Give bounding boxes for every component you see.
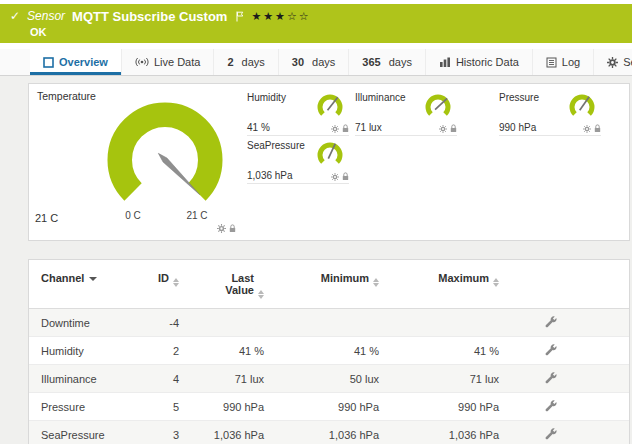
historic-data-icon: [439, 57, 451, 67]
tab-label: Log: [562, 56, 580, 68]
illuminance-gauge: Illuminance 71 lux: [355, 92, 457, 136]
channel-settings-wrench-icon[interactable]: [544, 343, 557, 356]
tab-live-data[interactable]: Live Data: [122, 49, 214, 75]
cell-id: -4: [134, 309, 179, 337]
gauge-value: 71 lux: [355, 122, 382, 133]
cell-maximum: 71 lux: [379, 365, 499, 393]
cell-last-value: 1,036 hPa: [179, 421, 264, 444]
cell-id: 2: [134, 337, 179, 365]
table-header-row: Channel ID Last Value Minimum Maximum: [29, 260, 629, 309]
cell-maximum: [379, 309, 499, 337]
gauge-label: SeaPressure: [247, 140, 305, 151]
tab-settings[interactable]: Settings: [594, 49, 632, 75]
tab-number: 365: [362, 56, 380, 68]
tab-label: days: [389, 56, 412, 68]
lock-icon[interactable]: [342, 172, 349, 181]
gauge-settings-icon[interactable]: [331, 173, 339, 181]
gauge-value: 990 hPa: [499, 122, 536, 133]
channel-settings-wrench-icon[interactable]: [544, 427, 557, 440]
tab-number: 30: [292, 56, 304, 68]
priority-stars[interactable]: ★★★☆☆: [251, 10, 310, 23]
gauge-label: Pressure: [499, 92, 539, 103]
tab-30-days[interactable]: 30 days: [279, 49, 350, 75]
gauge-settings-icon[interactable]: [217, 224, 226, 233]
gauges-panel: Temperature 0 C 21 C 21 C Humidity 41 % …: [28, 83, 630, 241]
channel-settings-wrench-icon[interactable]: [544, 399, 557, 412]
page-title: MQTT Subscribe Custom: [72, 9, 227, 24]
gauge-scale-max: 21 C: [177, 210, 217, 221]
illuminance-dial: [423, 92, 453, 122]
pressure-dial: [567, 92, 597, 122]
gauge-value: 1,036 hPa: [247, 170, 293, 181]
gauge-settings-icon[interactable]: [331, 125, 339, 133]
cell-minimum: [264, 309, 379, 337]
table-row: Downtime -4: [29, 309, 629, 337]
cell-last-value: 41 %: [179, 337, 264, 365]
pressure-gauge: Pressure 990 hPa: [499, 92, 601, 136]
ok-check-icon: ✓: [10, 10, 20, 22]
sort-icon: [373, 278, 379, 287]
sort-icon: [493, 278, 499, 287]
seapressure-gauge: SeaPressure 1,036 hPa: [247, 140, 349, 184]
humidity-gauge: Humidity 41 %: [247, 92, 349, 136]
table-row: Humidity 2 41 % 41 % 41 %: [29, 337, 629, 365]
gear-icon: [607, 57, 618, 68]
lock-icon[interactable]: [450, 124, 457, 133]
cell-minimum: 990 hPa: [264, 393, 379, 421]
flag-icon[interactable]: [236, 11, 244, 22]
gauge-label: Illuminance: [355, 92, 406, 103]
cell-minimum: 1,036 hPa: [264, 421, 379, 444]
channels-table: Channel ID Last Value Minimum Maximum Do…: [29, 260, 629, 444]
table-row: Illuminance 4 71 lux 50 lux 71 lux: [29, 365, 629, 393]
lock-icon[interactable]: [594, 124, 601, 133]
temperature-value: 21 C: [35, 212, 58, 224]
cell-last-value: [179, 309, 264, 337]
cell-minimum: 50 lux: [264, 365, 379, 393]
col-actions: [499, 260, 629, 309]
channel-settings-wrench-icon[interactable]: [544, 371, 557, 384]
log-icon: [546, 57, 557, 68]
tab-2-days[interactable]: 2 days: [214, 49, 278, 75]
table-row: SeaPressure 3 1,036 hPa 1,036 hPa 1,036 …: [29, 421, 629, 444]
tab-overview[interactable]: Overview: [30, 49, 122, 75]
seapressure-dial: [315, 140, 345, 170]
tab-label: Historic Data: [456, 56, 519, 68]
tab-label: days: [242, 56, 265, 68]
tab-365-days[interactable]: 365 days: [349, 49, 426, 75]
live-data-icon: [135, 57, 149, 67]
overview-icon: [43, 57, 54, 68]
lock-icon[interactable]: [229, 224, 236, 233]
lock-icon[interactable]: [342, 124, 349, 133]
temperature-gauge-label: Temperature: [37, 90, 96, 102]
tab-bar: Overview Live Data 2 days 30 days 365 da…: [0, 49, 632, 76]
cell-maximum: 41 %: [379, 337, 499, 365]
cell-maximum: 990 hPa: [379, 393, 499, 421]
gauge-needle: [158, 153, 199, 194]
status-badge: OK: [30, 26, 622, 39]
sort-icon: [258, 290, 264, 299]
gauge-settings-icon[interactable]: [583, 125, 591, 133]
channel-settings-wrench-icon[interactable]: [544, 315, 557, 328]
tab-log[interactable]: Log: [533, 49, 594, 75]
col-maximum[interactable]: Maximum: [379, 260, 499, 309]
col-minimum[interactable]: Minimum: [264, 260, 379, 309]
tab-number: 2: [227, 56, 233, 68]
gauge-settings-icon[interactable]: [439, 125, 447, 133]
col-channel[interactable]: Channel: [29, 260, 134, 309]
sort-desc-icon: [89, 277, 97, 281]
cell-id: 5: [134, 393, 179, 421]
table-row: Pressure 5 990 hPa 990 hPa 990 hPa: [29, 393, 629, 421]
cell-channel: Pressure: [29, 393, 134, 421]
col-id[interactable]: ID: [134, 260, 179, 309]
gauge-label: Humidity: [247, 92, 286, 103]
cell-minimum: 41 %: [264, 337, 379, 365]
tab-historic-data[interactable]: Historic Data: [426, 49, 533, 75]
tab-label: Settings: [623, 56, 632, 68]
col-last-value[interactable]: Last Value: [179, 260, 264, 309]
cell-last-value: 990 hPa: [179, 393, 264, 421]
cell-channel: Downtime: [29, 309, 134, 337]
sensor-header: ✓ Sensor MQTT Subscribe Custom ★★★☆☆ OK: [0, 4, 632, 43]
sort-icon: [173, 278, 179, 287]
cell-id: 4: [134, 365, 179, 393]
cell-channel: Illuminance: [29, 365, 134, 393]
